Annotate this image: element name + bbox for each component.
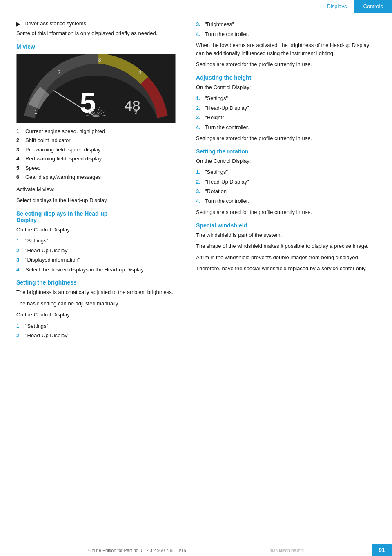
adjusting-stored: Settings are stored for the profile curr… [196, 134, 376, 142]
item-3: 3Pre-warning field, speed display [16, 146, 184, 154]
item-1: 1Current engine speed, highlighted [16, 127, 184, 136]
brightness-text2: The basic setting can be adjusted manual… [16, 300, 184, 308]
rot-step-4: 4.Turn the controller. [196, 197, 376, 205]
m-view-title: M view [16, 43, 184, 50]
bullet-driver-assistance: ▶ Driver assistance systems. [16, 20, 184, 27]
adj-step-3: 3."Height" [196, 113, 376, 122]
left-column: ▶ Driver assistance systems. Some of thi… [0, 20, 192, 343]
b-step-3: 3."Brightness" [196, 20, 376, 29]
rotation-title: Setting the rotation [196, 148, 376, 155]
selecting-steps: 1."Settings" 2."Head-Up Display" 3."Disp… [16, 237, 184, 274]
rot-step-2: 2."Head-Up Display" [196, 178, 376, 186]
b-step-2: 2."Head-Up Display" [16, 331, 184, 340]
page-number: 91 [372, 544, 392, 556]
windshield-text4: Therefore, have the special windshield r… [196, 265, 376, 273]
brightness-steps-cont: 3."Brightness" 4.Turn the controller. [196, 20, 376, 38]
adj-step-2: 2."Head-Up Display" [196, 104, 376, 112]
adjusting-steps: 1."Settings" 2."Head-Up Display" 3."Heig… [196, 94, 376, 131]
footer-text: Online Edition for Part no. 01 40 2 960 … [88, 548, 304, 553]
brightness-title: Setting the brightness [16, 279, 184, 286]
rotation-stored: Settings are stored for the profile curr… [196, 208, 376, 216]
svg-text:3: 3 [98, 56, 101, 62]
svg-text:4: 4 [138, 69, 142, 76]
adjusting-control: On the Control Display: [196, 83, 376, 91]
page-footer: Online Edition for Part no. 01 40 2 960 … [0, 544, 392, 556]
right-column: 3."Brightness" 4.Turn the controller. Wh… [192, 20, 392, 343]
selecting-title: Selecting displays in the Head-upDisplay [16, 210, 184, 223]
adj-step-1: 1."Settings" [196, 94, 376, 102]
adjusting-title: Adjusting the height [196, 74, 376, 81]
windshield-text1: The windshield is part of the system. [196, 231, 376, 239]
b-step-4: 4.Turn the controller. [196, 30, 376, 38]
select-text: Select displays in the Head-up Display. [16, 196, 184, 205]
svg-text:1: 1 [34, 109, 38, 115]
brightness-steps: 1."Settings" 2."Head-Up Display" [16, 322, 184, 340]
driver-assistance-text: Driver assistance systems. [24, 20, 88, 27]
speedometer-image: 1 2 3 4 6 5 5 48 [16, 54, 176, 123]
windshield-text2: The shape of the windshield makes it pos… [196, 242, 376, 250]
item-6: 6Gear display/warning messages [16, 173, 184, 181]
brightness-stored: Settings are stored for the profile curr… [196, 60, 376, 69]
activate-text: Activate M view: [16, 185, 184, 193]
main-content: ▶ Driver assistance systems. Some of thi… [0, 13, 392, 343]
rot-step-1: 1."Settings" [196, 168, 376, 176]
item-4: 4Red warning field, speed display [16, 155, 184, 163]
rot-step-3: 3."Rotation" [196, 187, 376, 196]
adj-step-4: 4.Turn the controller. [196, 123, 376, 131]
windshield-title: Special windshield [196, 222, 376, 229]
brightness-text1: The brightness is automatically adjusted… [16, 288, 184, 296]
step-3: 3."Displayed information" [16, 256, 184, 264]
windshield-text3: A film in the windshield prevents double… [196, 254, 376, 262]
brightness-control: On the Control Display: [16, 311, 184, 319]
controls-tab: Controls [354, 0, 392, 13]
step-2: 2."Head-Up Display" [16, 247, 184, 255]
svg-text:48: 48 [124, 98, 140, 114]
rotation-steps: 1."Settings" 2."Head-Up Display" 3."Rota… [196, 168, 376, 205]
b-step-1: 1."Settings" [16, 322, 184, 330]
intro-text: Some of this information is only display… [16, 29, 184, 38]
selecting-control: On the Control Display: [16, 226, 184, 234]
brightness-note: When the low beams are activated, the br… [196, 41, 376, 57]
step-1: 1."Settings" [16, 237, 184, 245]
item-2: 2Shift point indicator [16, 136, 184, 145]
svg-text:2: 2 [58, 69, 61, 76]
page-header: Displays Controls [0, 0, 392, 13]
m-view-items: 1Current engine speed, highlighted 2Shif… [16, 127, 184, 181]
arrow-icon: ▶ [16, 21, 20, 27]
rotation-control: On the Control Display: [196, 157, 376, 165]
step-4: 4.Select the desired displays in the Hea… [16, 266, 184, 274]
item-5: 5Speed [16, 164, 184, 172]
displays-tab: Displays [319, 0, 354, 13]
